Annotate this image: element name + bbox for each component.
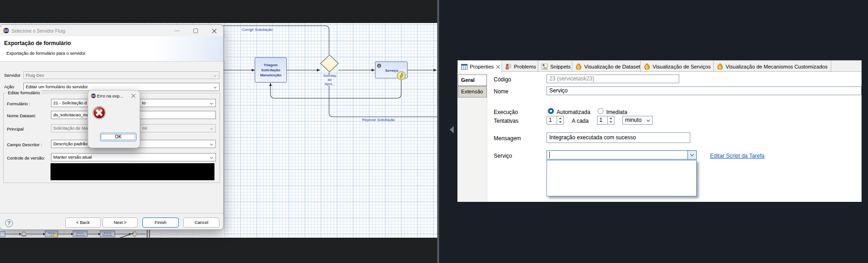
- svg-text:ão: ão: [51, 234, 52, 236]
- svg-text:solicitaç: solicitaç: [21, 235, 27, 237]
- svg-text:Executar: Executar: [77, 232, 84, 234]
- svg-text:ão: ão: [328, 78, 332, 82]
- svg-text:Analisar: Analisar: [48, 232, 55, 234]
- svg-text:Apro...: Apro...: [325, 82, 335, 86]
- svg-text:Manutenção: Manutenção: [260, 73, 281, 77]
- svg-text:Solicitaç: Solicitaç: [323, 74, 337, 78]
- svg-text:Manutenção: Manutenção: [103, 234, 113, 236]
- svg-text:Avaliação: Avaliação: [104, 232, 111, 234]
- svg-text:Repovar Solicitação: Repovar Solicitação: [362, 118, 395, 122]
- svg-text:Corrigir Solicitação: Corrigir Solicitação: [242, 28, 273, 32]
- svg-text:Manutenção: Manutenção: [75, 234, 85, 236]
- svg-text:Solicitação: Solicitação: [261, 68, 281, 72]
- svg-text:Triagem: Triagem: [264, 63, 277, 67]
- svg-text:Serviço: Serviço: [385, 69, 399, 73]
